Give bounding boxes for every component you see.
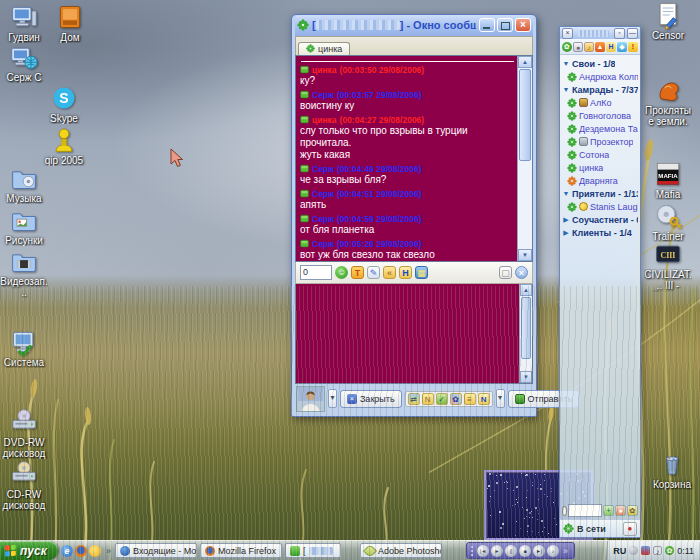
desktop-icon[interactable]: Mafia xyxy=(644,160,692,200)
qip-launch-icon[interactable] xyxy=(89,545,101,557)
task-button[interactable]: Входящие - Mozil... xyxy=(115,543,197,558)
desktop-icon[interactable]: Проклятые земли. За... xyxy=(644,76,692,128)
translit-icon[interactable]: ⇄ xyxy=(408,393,420,405)
status-flower-icon[interactable]: ✿ xyxy=(562,42,572,52)
close-chat-icon[interactable]: × xyxy=(515,266,528,279)
history-icon[interactable]: H xyxy=(606,42,616,52)
contact-row[interactable]: ▶ Клиенты - 1/4 xyxy=(560,226,640,239)
font-icon[interactable]: T xyxy=(351,266,364,279)
contact-row[interactable]: АлКо xyxy=(560,96,640,109)
contact-row[interactable]: Дварняга xyxy=(560,174,640,187)
desktop-icon[interactable]: Гудвин xyxy=(0,3,48,43)
play-icon[interactable]: ► xyxy=(491,545,503,557)
desktop-icon[interactable]: Видеозап... xyxy=(0,247,48,298)
toolbar-grip[interactable] xyxy=(471,546,475,556)
language-indicator[interactable]: RU xyxy=(613,546,626,556)
desktop-icon[interactable]: qip 2005 xyxy=(40,126,88,166)
task-button[interactable]: Adobe Photoshop xyxy=(360,543,442,558)
color-icon[interactable]: ✎ xyxy=(367,266,380,279)
pause-icon[interactable]: || xyxy=(505,545,517,557)
desktop-icon[interactable]: Рисунки xyxy=(0,206,48,246)
alert-icon[interactable]: ! xyxy=(628,42,638,52)
shield-icon[interactable]: ▲ xyxy=(595,42,605,52)
contact-row[interactable]: ▼ Свои - 1/8 xyxy=(560,57,640,70)
spellcheck-icon[interactable]: ✓ xyxy=(436,393,448,405)
chat-scrollbar[interactable]: ▲ ▼ xyxy=(517,56,532,261)
desktop-icon[interactable]: Музыка xyxy=(0,164,48,204)
desktop-icon[interactable]: Censor xyxy=(644,1,692,41)
chat-history[interactable]: цинка (00:03:50 29/08/2006) ку? Серж (00… xyxy=(295,55,533,262)
status-label[interactable]: В сети xyxy=(577,524,620,534)
contact-row[interactable]: Дездемона Таврическ xyxy=(560,122,640,135)
tray-scheduler-icon[interactable] xyxy=(629,546,638,555)
desktop-icon[interactable]: Система xyxy=(0,328,48,368)
tray-qip-icon[interactable]: ✿ xyxy=(665,546,674,555)
desktop-icon[interactable]: Серж С xyxy=(0,43,48,83)
clock[interactable]: 0:11 xyxy=(677,546,694,556)
char-counter[interactable] xyxy=(300,265,332,280)
plugins-icon[interactable]: ◆ xyxy=(617,42,627,52)
options-icon[interactable]: ✿ xyxy=(627,505,638,516)
online-status-icon[interactable] xyxy=(563,523,574,534)
sound-off-icon[interactable]: ● xyxy=(615,505,626,516)
ie-icon[interactable]: e xyxy=(61,545,73,557)
close-icon[interactable]: × xyxy=(562,28,573,39)
image-icon[interactable]: ▦ xyxy=(415,266,428,279)
prev-icon[interactable]: |◄ xyxy=(477,545,489,557)
volume-icon[interactable]: ♪ xyxy=(547,545,559,557)
scroll-down-icon[interactable]: ▼ xyxy=(518,249,532,261)
scroll-down-icon[interactable]: ▼ xyxy=(520,371,532,383)
send-menu-button[interactable]: ▼ xyxy=(496,389,505,408)
desktop-icon[interactable]: Skype xyxy=(40,84,88,124)
minimize-icon[interactable]: — xyxy=(627,28,638,39)
tray-volume-icon[interactable]: ♪ xyxy=(653,546,662,555)
roster-button[interactable]: ▫ xyxy=(614,28,625,39)
scroll-up-icon[interactable]: ▲ xyxy=(518,56,532,68)
message-window-titlebar[interactable]: [] - Окно сообщений × xyxy=(295,15,533,36)
privacy-icon[interactable]: ● xyxy=(573,42,583,52)
stop-icon[interactable]: ■ xyxy=(519,545,531,557)
firefox-icon[interactable] xyxy=(75,545,87,557)
scroll-up-icon[interactable]: ▲ xyxy=(520,284,532,296)
desktop-icon[interactable]: Trainer xyxy=(644,202,692,242)
desktop-icon[interactable]: CD-RW дисковод xyxy=(0,460,48,511)
contact-row[interactable]: Говноголова xyxy=(560,109,640,122)
contact-row[interactable]: Прозектор xyxy=(560,135,640,148)
start-button[interactable]: пуск xyxy=(0,541,58,560)
new-chat-icon[interactable]: ▢ xyxy=(499,266,512,279)
scrollbar-thumb[interactable] xyxy=(519,69,531,161)
smiley-icon[interactable]: ☺ xyxy=(335,266,348,279)
message-input[interactable]: ▲ ▼ xyxy=(295,284,533,385)
desktop-icon[interactable]: CIVILIZAT... III - Conq... xyxy=(644,240,692,292)
smileys-icon[interactable]: ✿ xyxy=(450,393,462,405)
quote-icon[interactable]: « xyxy=(383,266,396,279)
close-button[interactable]: × xyxy=(515,18,531,32)
input-scrollbar[interactable]: ▲ ▼ xyxy=(519,284,532,384)
chat-tab[interactable]: цинка xyxy=(298,42,350,55)
desktop-icon[interactable]: Корзина xyxy=(648,450,696,490)
contact-row[interactable]: Сотона xyxy=(560,148,640,161)
scrollbar-thumb[interactable] xyxy=(521,297,531,359)
contact-row[interactable]: Stanis Laugh xyxy=(560,200,640,213)
desktop-icon[interactable]: Дом xyxy=(46,3,94,43)
contact-row[interactable]: ▼ Камрады - 7/37 xyxy=(560,83,640,96)
chevron-icon[interactable]: » xyxy=(106,546,111,556)
notes-icon[interactable]: N xyxy=(478,393,490,405)
tray-display-icon[interactable] xyxy=(641,546,650,555)
contact-row[interactable]: Андрюха Колпаков xyxy=(560,70,640,83)
counter-icon[interactable]: N xyxy=(422,393,434,405)
sound-icon[interactable]: ♪ xyxy=(584,42,594,52)
avatar-menu-button[interactable]: ▼ xyxy=(328,389,337,408)
contact-list-titlebar[interactable]: × ▫ — xyxy=(560,27,640,39)
close-chat-button[interactable]: × Закрыть xyxy=(340,390,402,408)
quote-insert-icon[interactable]: ≡ xyxy=(464,393,476,405)
task-button[interactable]: Mozilla Firefox xyxy=(200,543,282,558)
contact-row[interactable]: цинка xyxy=(560,161,640,174)
contact-row[interactable]: ▶ Соучастнеги - 0/7 xyxy=(560,213,640,226)
task-button[interactable]: [ xyxy=(285,543,341,558)
history-icon[interactable]: H xyxy=(399,266,412,279)
minimize-button[interactable] xyxy=(479,18,495,32)
status-menu-button[interactable]: ● xyxy=(623,522,637,536)
chevron-icon[interactable]: » xyxy=(563,546,568,556)
contact-row[interactable]: ▼ Приятели - 1/13 xyxy=(560,187,640,200)
